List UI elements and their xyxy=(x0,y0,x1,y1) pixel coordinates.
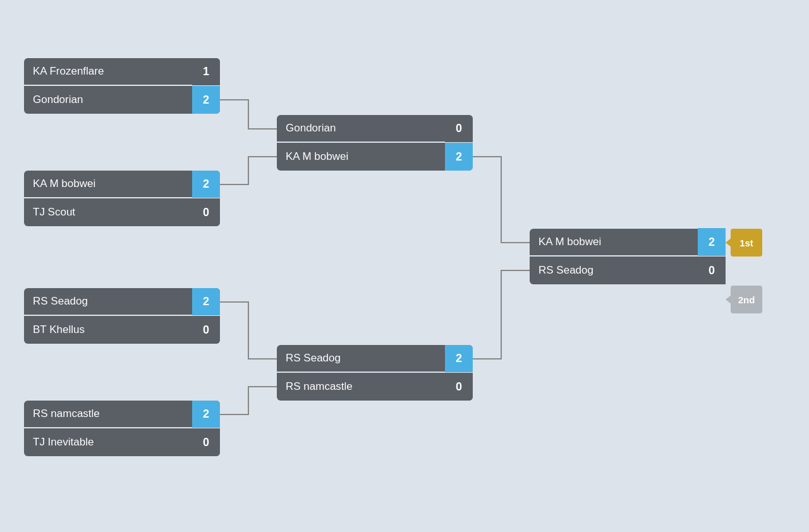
r2m1-team2-score: 2 xyxy=(445,143,473,171)
r1m1-team1-score: 1 xyxy=(192,58,220,85)
r1m4-row1: RS namcastle 2 xyxy=(24,401,220,428)
bracket-container: KA Frozenflare 1 Gondorian 2 KA M bobwei… xyxy=(0,0,809,532)
r1m3-team1-name: RS Seadog xyxy=(24,295,192,308)
r3m1-team1-score: 2 xyxy=(698,228,726,256)
r3m1-team2-name: RS Seadog xyxy=(530,264,698,277)
r1m4-card: RS namcastle 2 TJ Inevitable 0 xyxy=(24,401,220,456)
r1m2-team2-name: TJ Scout xyxy=(24,206,192,219)
r1m1-row1: KA Frozenflare 1 xyxy=(24,58,220,86)
first-place-label: 1st xyxy=(739,238,753,248)
r2m2-team1-name: RS Seadog xyxy=(277,352,445,365)
r2m2-team1-score: 2 xyxy=(445,345,473,372)
r1m1-team2-score: 2 xyxy=(192,86,220,114)
first-place-badge: 1st xyxy=(731,229,762,257)
r3m1-team2-score: 0 xyxy=(698,257,726,284)
r3m1-row1: KA M bobwei 2 1st xyxy=(530,229,726,257)
r2m1-team1-name: Gondorian xyxy=(277,122,445,135)
r1m3-card: RS Seadog 2 BT Khellus 0 xyxy=(24,288,220,344)
r1m4-team1-name: RS namcastle xyxy=(24,408,192,420)
r1m3-row1: RS Seadog 2 xyxy=(24,288,220,316)
r1m3-team1-score: 2 xyxy=(192,288,220,315)
r3m1-row2: RS Seadog 0 2nd xyxy=(530,257,726,284)
r3m1-team1-name: KA M bobwei xyxy=(530,236,698,248)
r1m1-team1-name: KA Frozenflare xyxy=(24,65,192,78)
r2m1-team1-score: 0 xyxy=(445,115,473,142)
r1m2-team1-score: 2 xyxy=(192,171,220,198)
second-place-label: 2nd xyxy=(738,294,755,305)
r1m3-team2-score: 0 xyxy=(192,316,220,344)
r1m2-team1-name: KA M bobwei xyxy=(24,178,192,190)
r2m1-card: Gondorian 0 KA M bobwei 2 xyxy=(277,115,473,171)
r1m2-team2-score: 0 xyxy=(192,198,220,226)
r3m1-card: KA M bobwei 2 1st RS Seadog 0 2nd xyxy=(530,229,726,284)
r1m1-team2-name: Gondorian xyxy=(24,94,192,106)
r2m1-row1: Gondorian 0 xyxy=(277,115,473,143)
r2m2-row1: RS Seadog 2 xyxy=(277,345,473,373)
r2m2-row2: RS namcastle 0 xyxy=(277,373,473,401)
r1m3-row2: BT Khellus 0 xyxy=(24,316,220,344)
r1m1-row2: Gondorian 2 xyxy=(24,86,220,114)
r2m1-team2-name: KA M bobwei xyxy=(277,150,445,163)
r1m2-card: KA M bobwei 2 TJ Scout 0 xyxy=(24,171,220,226)
r1m4-team2-score: 0 xyxy=(192,428,220,456)
r1m2-row2: TJ Scout 0 xyxy=(24,198,220,226)
r1m4-team1-score: 2 xyxy=(192,401,220,428)
r2m1-row2: KA M bobwei 2 xyxy=(277,143,473,171)
r1m2-row1: KA M bobwei 2 xyxy=(24,171,220,198)
r2m2-team2-score: 0 xyxy=(445,373,473,401)
r2m2-team2-name: RS namcastle xyxy=(277,380,445,393)
r1m1-card: KA Frozenflare 1 Gondorian 2 xyxy=(24,58,220,114)
r1m3-team2-name: BT Khellus xyxy=(24,323,192,336)
second-place-badge: 2nd xyxy=(731,286,762,313)
r2m2-card: RS Seadog 2 RS namcastle 0 xyxy=(277,345,473,401)
r1m4-row2: TJ Inevitable 0 xyxy=(24,428,220,456)
r1m4-team2-name: TJ Inevitable xyxy=(24,436,192,449)
